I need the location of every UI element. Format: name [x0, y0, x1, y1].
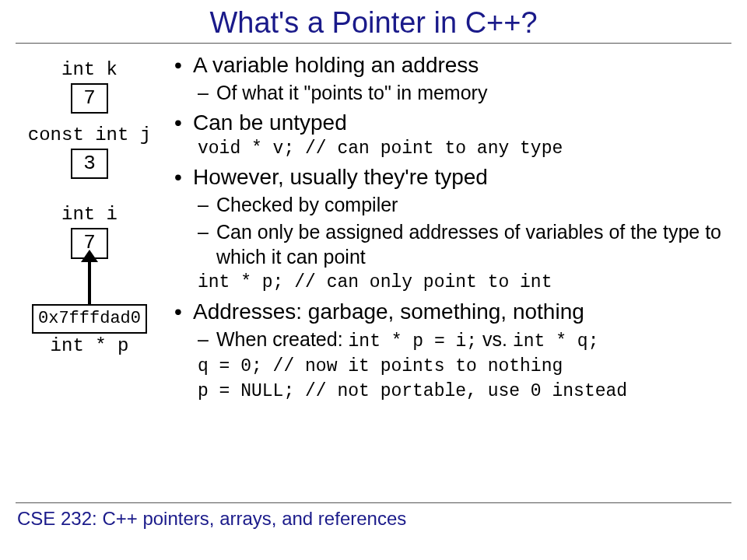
pointer-arrow [88, 259, 91, 304]
var-k: int k 7 [16, 59, 163, 114]
var-i-label: int i [16, 204, 163, 225]
slide-title: What's a Pointer in C++? [0, 0, 747, 43]
bullet-4-sub-1: When created: int * p = i; vs. int * q; [193, 327, 731, 354]
bullet-3: However, usually they're typed Checked b… [171, 163, 731, 294]
var-p-box: 0x7fffdad0 [32, 304, 147, 334]
bullet-2-code: void * v; // can point to any type [193, 138, 731, 161]
bullet-4-sub-1-pre: When created: [216, 328, 349, 350]
var-k-box: 7 [71, 83, 108, 114]
arrow-head-icon [81, 250, 98, 262]
slide-body: int k 7 const int j 3 int i 7 0x7fffdad0… [0, 44, 747, 502]
bullet-2: Can be untyped void * v; // can point to… [171, 109, 731, 161]
bullet-3-text: However, usually they're typed [193, 165, 488, 189]
bullet-1-sub-1: Of what it "points to" in memory [193, 80, 731, 106]
bullet-4-code-2: p = NULL; // not portable, use 0 instead [193, 380, 731, 404]
var-j-box: 3 [71, 149, 108, 179]
diagram-column: int k 7 const int j 3 int i 7 0x7fffdad0… [16, 44, 163, 502]
bullet-4-code-1: q = 0; // now it points to nothing [193, 355, 731, 379]
bullet-4-sub-1-mid: vs. [477, 328, 513, 350]
var-j: const int j 3 [16, 124, 163, 179]
bullet-4-text: Addresses: garbage, something, nothing [193, 299, 584, 324]
var-j-label: const int j [16, 124, 163, 145]
var-p-label: int * p [16, 335, 163, 356]
footer-text: CSE 232: C++ pointers, arrays, and refer… [0, 503, 747, 530]
bullet-4: Addresses: garbage, something, nothing W… [171, 298, 731, 404]
bullet-3-sub-1: Checked by compiler [193, 192, 731, 218]
bullet-1: A variable holding an address Of what it… [171, 51, 731, 106]
bullet-2-text: Can be untyped [193, 110, 347, 135]
bullet-4-sub-1-code-2: int * q; [513, 331, 598, 352]
bullet-column: A variable holding an address Of what it… [163, 44, 731, 502]
bullet-1-text: A variable holding an address [193, 53, 479, 77]
bullet-3-code: int * p; // can only point to int [193, 271, 731, 295]
var-p: 0x7fffdad0 int * p [16, 304, 163, 356]
bullet-3-sub-2: Can only be assigned addresses of variab… [193, 219, 731, 270]
bullet-4-sub-1-code-1: int * p = i; [349, 331, 478, 352]
var-k-label: int k [16, 59, 163, 80]
